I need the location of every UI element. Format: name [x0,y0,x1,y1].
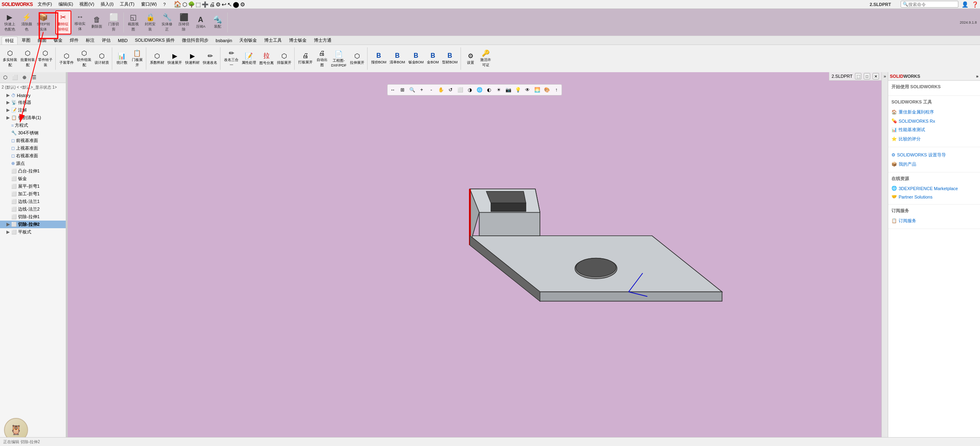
toolbar-btn-coeff[interactable]: ⬡ 系数料材 [149,47,166,70]
viewport-btn-restore[interactable]: ⬚ [855,73,861,79]
tree-item-boss-extrude1[interactable]: ⬜ 凸台-拉伸1 [0,167,66,175]
toolbar-btn-rename3in1[interactable]: ✏ 改名三合一 [223,47,240,70]
vp-btn-globe[interactable]: 🌐 [475,85,484,94]
toolbar-btn-quick-unfold[interactable]: ▶ 快速展开 [166,47,183,70]
tree-item-cut-extrude2[interactable]: ▶ ⬜ 切除-拉伸2 [0,221,66,228]
tab-boushi-sheetmetal[interactable]: 博士钣金 [286,36,310,44]
menu-view[interactable]: 视图(V) [78,0,96,8]
toolbar-btn-section[interactable]: ◱ 截面视图 [125,10,141,34]
vp-btn-camera[interactable]: 📷 [504,85,513,94]
tree-btn-menu[interactable]: ☰ [30,73,38,82]
toolbar-btn-delete-face[interactable]: 🗑 删除面 [89,10,105,34]
link-my-products[interactable]: 📦 我的产品 [891,160,977,169]
vp-btn-pan[interactable]: ✋ [436,85,445,94]
toolbar-icon-home[interactable]: 🏠 [174,0,182,8]
link-subscription[interactable]: 📋 订阅服务 [891,216,977,225]
tab-dimension[interactable]: 标注 [83,36,98,44]
menu-insert[interactable]: 插入(I) [99,0,115,8]
toolbar-btn-multi-to-asm[interactable]: ⬡ 多实转装配 [2,47,18,70]
toolbar-btn-assemble[interactable]: 🔩 装配 [210,10,226,34]
tab-mbd[interactable]: MBD [115,37,131,44]
toolbar-btn-delete-feature[interactable]: ✂ 删特征除特征 [55,10,71,34]
toolbar-btn-board-unfold[interactable]: 🖨 打板展开 [297,47,314,70]
tree-item-history[interactable]: ▶ ⏱ History [0,92,66,99]
toolbar-btn-press-cut[interactable]: ⬛ 压铸切除 [176,10,192,34]
right-panel-collapse-btn[interactable]: » [976,74,978,79]
menu-tools[interactable]: 工具(T) [118,0,136,8]
vp-btn-view-cube[interactable]: ⬜ [456,85,465,94]
toolbar-btn-move[interactable]: ↔ 移动实体 [72,10,88,34]
link-setup-guide[interactable]: ⚙ SOLIDWORKS 设置导导 [891,150,977,160]
tree-item-cut-extrude1[interactable]: ⬜ 切除-拉伸1 [0,213,66,221]
tab-feature[interactable]: 特征 [2,36,18,45]
tree-item-cut-list[interactable]: ▶ 📋 切割清单(1) [0,114,66,122]
toolbar-btn-press-a[interactable]: A 压铸A [193,10,209,34]
vp-btn-scene[interactable]: 🌅 [533,85,542,94]
toolbar-btn-clear-color[interactable]: ⚡ 清除颜色 [18,10,34,34]
tree-btn-box[interactable]: ⬜ [10,73,19,82]
3d-viewport[interactable]: 2.SLDPRT ⬚ □ ✕ ↔ ⊞ 🔍 + - ✋ ↺ ⬜ ◑ 🌐 ◐ ☀ 📷 [68,72,881,446]
toolbar-icon-grid[interactable]: ⬚ [196,1,201,8]
toolbar-btn-batch-to-asm[interactable]: ⬡ 批量转装配 [19,47,36,70]
toolbar-btn-activate[interactable]: 🔑 激活许可证 [479,47,493,70]
menu-help[interactable]: ? [162,1,167,8]
vp-btn-light[interactable]: ☀ [494,85,503,94]
tree-item-origin[interactable]: ⊕ 源点 [0,160,66,167]
vp-btn-zoom-in[interactable]: + [417,85,426,94]
tree-item-edge-flange2[interactable]: ⬜ 边线-法兰2 [0,205,66,213]
search-input[interactable] [908,2,956,7]
menu-edit[interactable]: 编辑(E) [57,0,75,8]
toolbar-btn-price-bom[interactable]: B 报价BOM [370,47,388,70]
vp-btn-appearance[interactable]: 💡 [513,85,522,94]
toolbar-btn-dxf-pdf[interactable]: 📄 工程图-DXF/PDF [330,47,348,70]
tab-sketch[interactable]: 草图 [18,36,34,44]
tree-item-sheet-metal[interactable]: ⬜ 钣金 [0,175,66,182]
tree-item-front-plane[interactable]: ◻ 前视基准面 [0,137,66,144]
toolbar-btn-fig-sep[interactable]: 拉 图号分离 [258,47,275,70]
toolbar-icon-gear2[interactable]: ⚙ [240,1,245,8]
tab-sheetmetal[interactable]: 钣金 [51,36,66,44]
tab-bsbanjin[interactable]: bsbanjin [212,37,235,44]
tab-boushi-tools[interactable]: 博士工具 [261,36,285,44]
help-icon[interactable]: ❓ [972,1,978,8]
toolbar-btn-quick-rename[interactable]: ✏ 快速改名 [202,47,218,70]
toolbar-btn-solid-correct[interactable]: 🔧 实体修正 [159,10,175,34]
tree-item-process1[interactable]: ⬜ 加工-折弯1 [0,190,66,198]
tab-sw-plugins[interactable]: SOLIDWORKS 插件 [131,36,178,44]
link-3dexp[interactable]: 🌐 3DEXPERIENCE Marketplace [891,184,977,193]
link-benchmark[interactable]: 📊 性能基准测试 [891,125,977,134]
toolbar-btn-gold-bom[interactable]: B 金BOM [426,47,440,70]
toolbar-btn-design-material[interactable]: ⬡ 设计材质 [93,47,110,70]
toolbar-icon-settings[interactable]: ⚙ [216,1,221,8]
viewport-btn-close[interactable]: ✕ [873,73,879,79]
tab-wechat-sync[interactable]: 微信抖音同步 [179,36,212,44]
toolbar-btn-settings2[interactable]: ⚙ 设置 [463,47,478,70]
toolbar-btn-quick-material[interactable]: ▶ 快速料材 [184,47,201,70]
toolbar-btn-quick-run[interactable]: ▶ 快速上色配色 [2,10,18,34]
vp-btn-rotate[interactable]: ↺ [446,85,455,94]
tab-weld[interactable]: 焊件 [67,36,82,44]
link-partner[interactable]: 🤝 Partner Solutions [891,193,977,201]
toolbar-icon-cursor[interactable]: ↖ [227,1,232,8]
toolbar-icon-plus[interactable]: ➕ [202,1,208,8]
toolbar-btn-sub-parts[interactable]: ⬡ 子装零件 [58,47,75,70]
toolbar-btn-list-bom[interactable]: B 清单BOM [388,47,406,70]
tree-item-material[interactable]: 🔧 304不锈钢 [0,129,66,137]
toolbar-btn-seal[interactable]: 🔒 封闭安装 [142,10,158,34]
vp-btn-arrow[interactable]: ↑ [552,85,561,94]
tree-item-right-plane[interactable]: ◻ 右视基准面 [0,152,66,160]
toolbar-btn-auto-draw[interactable]: 🖨 自动出图 [315,47,329,70]
toolbar-btn-part-to-sub[interactable]: ⬡ 零件转子装 [37,47,54,70]
vp-btn-display[interactable]: ◑ [465,85,474,94]
toolbar-btn-trim[interactable]: ⬜ 门形切剪 [106,10,122,34]
vp-btn-zoom-all[interactable]: ⊞ [398,85,407,94]
vp-btn-sections[interactable]: ◐ [485,85,493,94]
tab-tianchuang[interactable]: 天创钣金 [236,36,260,44]
toolbar-icon-undo[interactable]: ↩ [222,1,226,8]
vp-btn-fit[interactable]: ↔ [388,85,397,94]
toolbar-btn-step[interactable]: 📦 STEP转实体 [35,10,52,34]
toolbar-btn-door-unfold[interactable]: 📋 门板展开 [130,47,144,70]
toolbar-icon-print[interactable]: 🖨 [209,1,215,8]
tree-item-flat-pattern[interactable]: ▶ ⬜ 平板式 [0,228,66,236]
toolbar-btn-stretch-unfold[interactable]: ⬡ 拉伸展开 [349,47,366,70]
